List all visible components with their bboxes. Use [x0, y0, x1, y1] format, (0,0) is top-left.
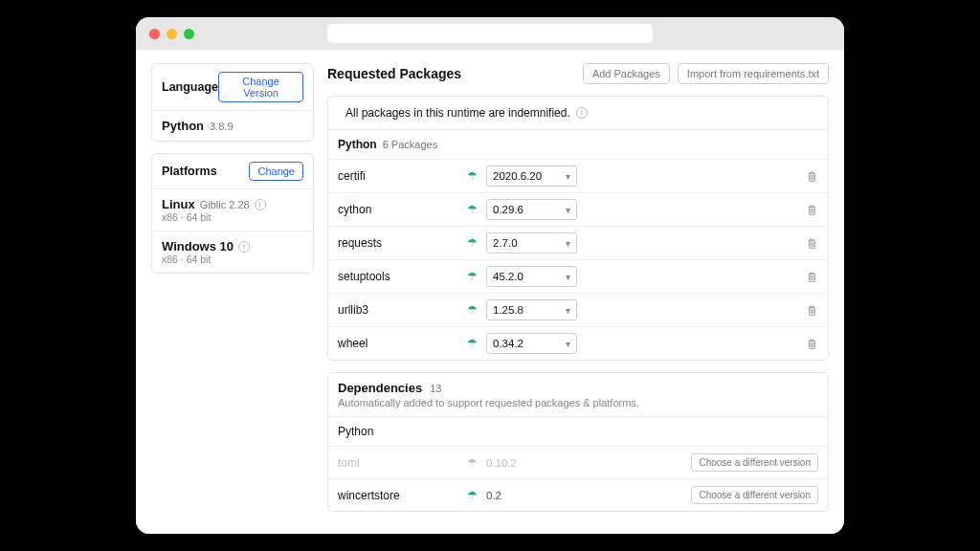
dependency-name: toml [338, 456, 457, 470]
chevron-down-icon: ▾ [566, 339, 570, 349]
minimize-window-icon[interactable] [167, 29, 177, 39]
language-card: Language Change Version Python 3.8.9 [151, 63, 314, 142]
info-icon[interactable]: i [576, 107, 588, 119]
change-platforms-button[interactable]: Change [249, 162, 303, 181]
umbrella-icon: ☂ [465, 203, 479, 216]
platform-item: Windows 10 i x86 · 64 bit [152, 231, 313, 273]
platform-detail: Giblic 2.28 [200, 199, 250, 210]
package-row: requests☂2.7.0▾ [328, 227, 828, 260]
version-value: 2020.6.20 [493, 170, 542, 182]
content-area: Language Change Version Python 3.8.9 Pla… [136, 50, 844, 534]
page-title: Requested Packages [327, 66, 461, 81]
package-name: urllib3 [338, 303, 457, 317]
info-icon[interactable]: i [255, 199, 266, 210]
package-name: certifi [338, 169, 457, 183]
package-row: wheel☂0.34.2▾ [328, 327, 828, 360]
package-name: cython [338, 203, 457, 216]
dependencies-card: Dependencies 13 Automatically added to s… [327, 372, 829, 512]
umbrella-icon: ☂ [465, 236, 479, 250]
app-window: Language Change Version Python 3.8.9 Pla… [136, 17, 844, 534]
package-name: requests [338, 236, 457, 250]
language-version: 3.8.9 [210, 121, 233, 132]
platform-name: Windows 10 [162, 239, 234, 253]
dependencies-count: 13 [430, 383, 441, 394]
chevron-down-icon: ▾ [566, 171, 570, 182]
package-group-lang: Python [338, 138, 377, 151]
platforms-card: Platforms Change Linux Giblic 2.28 i x86… [151, 153, 314, 274]
delete-icon[interactable] [805, 270, 818, 283]
version-select[interactable]: 2.7.0▾ [486, 232, 577, 253]
package-row: setuptools☂45.2.0▾ [328, 260, 828, 294]
chevron-down-icon: ▾ [566, 272, 570, 282]
version-value: 45.2.0 [493, 271, 523, 282]
version-value: 2.7.0 [493, 237, 518, 249]
version-select[interactable]: 45.2.0▾ [486, 266, 577, 287]
version-value: 1.25.8 [493, 304, 523, 316]
titlebar [136, 17, 844, 50]
package-row: cython☂0.29.6▾ [328, 193, 828, 227]
dependencies-title: Dependencies [338, 381, 422, 395]
package-row: urllib3☂1.25.8▾ [328, 294, 828, 327]
dependency-version: 0.2 [486, 490, 544, 501]
choose-version-button[interactable]: Choose a different version [691, 453, 818, 472]
platform-item: Linux Giblic 2.28 i x86 · 64 bit [152, 189, 313, 231]
change-version-button[interactable]: Change Version [218, 72, 303, 102]
package-name: wheel [338, 337, 457, 350]
platform-arch: x86 · 64 bit [162, 253, 303, 265]
dependencies-lang-label: Python [338, 425, 373, 438]
choose-version-button[interactable]: Choose a different version [691, 486, 818, 504]
umbrella-icon: ☂ [465, 169, 479, 183]
dependency-row: wincertstore☂0.2Choose a different versi… [328, 478, 828, 511]
umbrella-icon: ☂ [465, 303, 479, 317]
version-select[interactable]: 0.29.6▾ [486, 199, 577, 220]
dependencies-subtitle: Automatically added to support requested… [338, 397, 818, 408]
version-value: 0.34.2 [493, 338, 523, 349]
version-select[interactable]: 2020.6.20▾ [486, 165, 577, 187]
delete-icon[interactable] [805, 236, 818, 250]
delete-icon[interactable] [805, 303, 818, 317]
add-packages-button[interactable]: Add Packages [583, 63, 670, 84]
packages-card: All packages in this runtime are indemni… [327, 96, 829, 361]
main-header: Requested Packages Add Packages Import f… [327, 63, 829, 84]
umbrella-icon: ☂ [465, 456, 479, 470]
window-controls [149, 29, 194, 39]
platforms-card-title: Platforms [162, 165, 217, 178]
maximize-window-icon[interactable] [184, 29, 194, 39]
version-select[interactable]: 0.34.2▾ [486, 333, 577, 354]
indemnified-notice: All packages in this runtime are indemni… [328, 97, 828, 130]
package-name: setuptools [338, 270, 457, 283]
chevron-down-icon: ▾ [566, 305, 570, 316]
language-card-title: Language [162, 80, 218, 94]
close-window-icon[interactable] [149, 29, 160, 39]
language-name: Python [162, 119, 204, 133]
umbrella-icon: ☂ [465, 270, 479, 283]
version-select[interactable]: 1.25.8▾ [486, 299, 577, 320]
delete-icon[interactable] [805, 337, 818, 350]
platform-name: Linux [162, 197, 195, 211]
main-panel: Requested Packages Add Packages Import f… [327, 63, 829, 520]
dependency-version: 0.10.2 [486, 457, 544, 469]
delete-icon[interactable] [805, 203, 818, 216]
address-bar[interactable] [327, 24, 653, 43]
chevron-down-icon: ▾ [566, 238, 570, 249]
info-icon[interactable]: i [238, 241, 250, 253]
umbrella-icon: ☂ [465, 337, 479, 350]
version-value: 0.29.6 [493, 204, 523, 215]
sidebar: Language Change Version Python 3.8.9 Pla… [151, 63, 314, 520]
umbrella-icon: ☂ [465, 489, 479, 502]
chevron-down-icon: ▾ [566, 205, 570, 215]
package-row: certifi☂2020.6.20▾ [328, 160, 828, 193]
delete-icon[interactable] [805, 169, 818, 183]
dependency-row: toml☂0.10.2Choose a different version [328, 446, 828, 478]
platform-arch: x86 · 64 bit [162, 211, 303, 223]
import-requirements-button[interactable]: Import from requirements.txt [678, 63, 829, 84]
dependency-name: wincertstore [338, 489, 457, 502]
package-group-count: 6 Packages [383, 139, 437, 150]
